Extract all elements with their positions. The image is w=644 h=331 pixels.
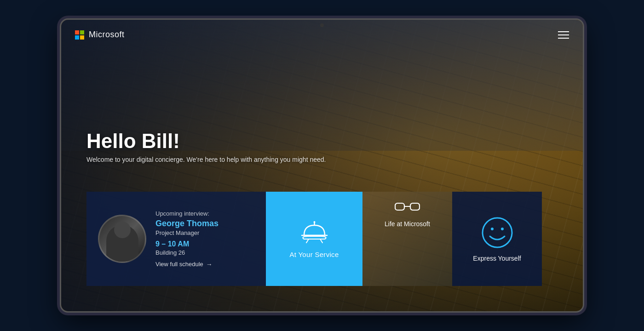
subtitle-text: Welcome to your digital concierge. We're… bbox=[86, 156, 326, 163]
service-label: At Your Service bbox=[289, 251, 339, 258]
service-cloche-icon bbox=[298, 220, 330, 245]
interview-info: Upcoming interview: George Thomas Projec… bbox=[155, 210, 254, 268]
svg-rect-3 bbox=[395, 203, 404, 210]
interview-card: Upcoming interview: George Thomas Projec… bbox=[86, 192, 266, 286]
camera bbox=[320, 23, 324, 27]
logo-quadrant-red bbox=[75, 30, 79, 34]
logo-quadrant-green bbox=[80, 30, 84, 34]
avatar bbox=[98, 215, 146, 263]
arrow-icon: → bbox=[206, 261, 213, 268]
svg-point-9 bbox=[491, 228, 494, 230]
logo-quadrant-yellow bbox=[80, 35, 84, 40]
hero-text-area: Hello Bill! Welcome to your digital conc… bbox=[86, 130, 326, 163]
life-label: Life at Microsoft bbox=[385, 220, 430, 228]
interviewee-name: George Thomas bbox=[155, 219, 254, 228]
express-label: Express Yourself bbox=[473, 255, 521, 262]
smiley-face-icon bbox=[481, 216, 514, 249]
svg-point-10 bbox=[501, 228, 504, 230]
microsoft-logo-icon bbox=[75, 30, 84, 40]
hamburger-menu-button[interactable] bbox=[558, 31, 569, 39]
svg-point-8 bbox=[483, 218, 512, 247]
glasses-icon bbox=[395, 201, 420, 217]
express-yourself-card[interactable]: Express Yourself bbox=[452, 192, 542, 286]
svg-rect-4 bbox=[410, 203, 420, 210]
at-your-service-card[interactable]: At Your Service bbox=[266, 192, 362, 286]
upcoming-label: Upcoming interview: bbox=[155, 210, 254, 217]
logo-quadrant-blue bbox=[75, 35, 79, 40]
life-at-microsoft-card[interactable]: Life at Microsoft bbox=[362, 192, 452, 286]
svg-point-1 bbox=[313, 221, 315, 223]
logo-area: Microsoft bbox=[75, 30, 125, 40]
interview-time: 9 – 10 AM bbox=[155, 240, 254, 248]
view-schedule-text: View full schedule bbox=[155, 261, 203, 268]
device-frame: Microsoft Hello Bill! Welcome to your di… bbox=[60, 18, 584, 313]
greeting-text: Hello Bill! bbox=[86, 130, 326, 152]
interviewee-title: Project Manager bbox=[155, 229, 254, 236]
logo-text: Microsoft bbox=[89, 30, 125, 40]
screen: Microsoft Hello Bill! Welcome to your di… bbox=[61, 20, 583, 311]
interview-location: Building 26 bbox=[155, 249, 254, 256]
cards-row: Upcoming interview: George Thomas Projec… bbox=[86, 192, 542, 286]
view-schedule-link[interactable]: View full schedule → bbox=[155, 261, 254, 268]
